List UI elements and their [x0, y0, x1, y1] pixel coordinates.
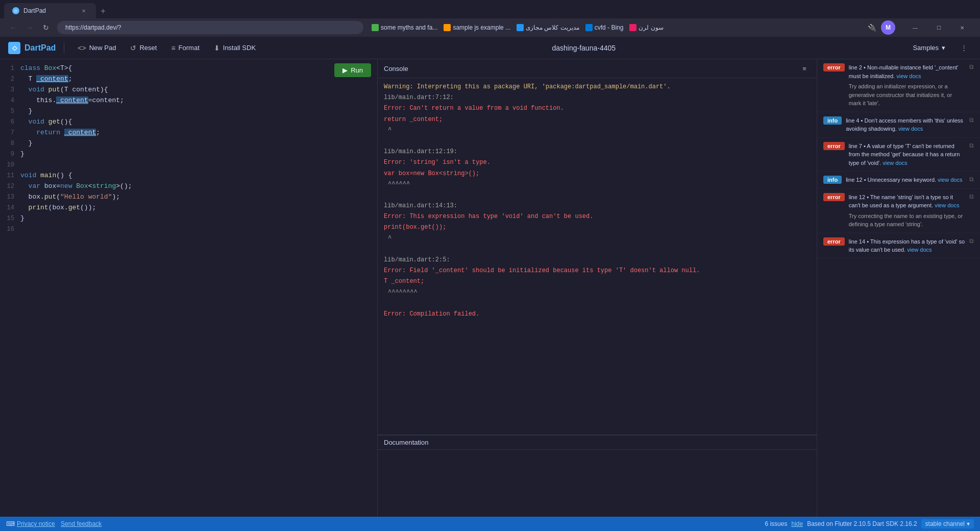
issue-badge-info: info — [823, 116, 842, 125]
line-text[interactable]: return _content; — [20, 128, 377, 138]
issue-copy-button[interactable]: ⧉ — [969, 142, 974, 149]
more-options-button[interactable]: ⋮ — [955, 40, 972, 56]
editor-line: 3 void put(T content){ — [0, 85, 377, 95]
bookmark-2[interactable]: sample js example ... — [444, 24, 510, 31]
new-tab-button[interactable]: + — [96, 4, 110, 18]
console-line: Error: 'string' isn't a type. — [384, 158, 811, 167]
flutter-version: Based on Flutter 2.10.5 Dart SDK 2.16.2 — [807, 520, 917, 527]
issue-copy-button[interactable]: ⧉ — [969, 237, 974, 245]
run-button[interactable]: ▶ Run — [334, 63, 371, 77]
line-text[interactable]: print(box.get()); — [20, 203, 377, 213]
privacy-notice-link[interactable]: Privacy notice — [17, 520, 55, 527]
tab-favicon: D — [12, 7, 19, 14]
line-text[interactable] — [20, 160, 377, 171]
bookmark-label-1: some myths and fa... — [381, 24, 437, 31]
console-menu-button[interactable]: ≡ — [798, 62, 811, 75]
minimize-button[interactable]: — — [903, 18, 927, 37]
console-line — [384, 190, 811, 200]
new-pad-button[interactable]: <> New Pad — [72, 41, 121, 55]
issue-item: infoline 4 • Don't access members with '… — [817, 112, 980, 138]
issue-text: line 4 • Don't access members with 'this… — [846, 116, 965, 133]
console-actions: ≡ — [798, 62, 811, 75]
bookmarks-bar: some myths and fa... sample js example .… — [372, 24, 664, 31]
line-text[interactable] — [20, 224, 377, 235]
line-text[interactable]: void get(){ — [20, 117, 377, 128]
install-sdk-button[interactable]: ⬇ Install SDK — [209, 41, 261, 55]
new-pad-label: New Pad — [89, 44, 116, 52]
editor-line: 12 var box=new Box<string>(); — [0, 181, 377, 192]
line-text[interactable]: T _content; — [20, 74, 377, 85]
bookmark-favicon-3 — [517, 24, 524, 31]
documentation-panel: Documentation — [378, 435, 817, 517]
channel-selector[interactable]: stable channel ▾ — [921, 519, 974, 528]
forward-button[interactable]: → — [22, 20, 37, 35]
line-text[interactable]: var box=new Box<string>(); — [20, 181, 377, 192]
active-tab[interactable]: D DartPad ✕ — [4, 3, 96, 18]
bookmark-1[interactable]: some myths and fa... — [372, 24, 437, 31]
console-line: return _content; — [384, 115, 811, 125]
editor-line: 4 this._content=content; — [0, 95, 377, 106]
issue-view-docs-link[interactable]: view docs — [938, 177, 962, 183]
format-button[interactable]: ≡ Format — [166, 41, 204, 55]
bookmark-3[interactable]: مدیریت کلاس مجازی — [517, 24, 579, 31]
issue-view-docs-link[interactable]: view docs — [935, 202, 959, 208]
refresh-button[interactable]: ↻ — [39, 20, 53, 35]
main-content: 1class Box<T>{2 T _content;3 void put(T … — [0, 59, 980, 517]
code-editor[interactable]: 1class Box<T>{2 T _content;3 void put(T … — [0, 59, 378, 517]
bookmark-label-2: sample js example ... — [453, 24, 510, 31]
bookmark-favicon-1 — [372, 24, 379, 31]
console-line — [384, 245, 811, 254]
reset-button[interactable]: ↺ Reset — [125, 41, 162, 55]
send-feedback-link[interactable]: Send feedback — [61, 520, 102, 527]
line-text[interactable]: box.put("Hello world"); — [20, 192, 377, 203]
issue-text: line 12 • Unnecessary new keyword. view … — [846, 176, 965, 184]
app-header: ◇ DartPad <> New Pad ↺ Reset ≡ Format ⬇ … — [0, 37, 980, 59]
profile-button[interactable]: M — [881, 20, 895, 35]
bookmark-4[interactable]: cvfd - Bing — [585, 24, 624, 31]
line-text[interactable]: this._content=content; — [20, 95, 377, 106]
issue-view-docs-link[interactable]: view docs — [898, 126, 923, 132]
line-text[interactable]: void main() { — [20, 171, 377, 181]
console-line: lib/main.dart:2:5: — [384, 255, 811, 265]
console-line: Warning: Interpreting this as package UR… — [384, 82, 811, 92]
console-line: T _content; — [384, 277, 811, 286]
app-logo: ◇ DartPad — [8, 42, 56, 54]
extensions-button[interactable]: 🔌 — [865, 20, 879, 35]
address-input[interactable] — [57, 21, 363, 34]
back-button[interactable]: ← — [6, 20, 20, 35]
issue-item: errorline 12 • The name 'string' isn't a… — [817, 189, 980, 233]
bookmark-favicon-4 — [585, 24, 593, 31]
samples-button[interactable]: Samples ▾ — [906, 41, 951, 54]
line-text[interactable]: } — [20, 138, 377, 149]
browser-actions: 🔌 M — [865, 20, 895, 35]
issue-view-docs-link[interactable]: view docs — [907, 247, 932, 253]
line-text[interactable]: } — [20, 106, 377, 117]
tab-close-button[interactable]: ✕ — [80, 7, 88, 15]
maximize-button[interactable]: ☐ — [927, 18, 950, 37]
line-number: 10 — [0, 160, 20, 170]
issue-item: infoline 12 • Unnecessary new keyword. v… — [817, 172, 980, 189]
line-text[interactable]: class Box<T>{ — [20, 63, 377, 74]
issue-copy-button[interactable]: ⧉ — [969, 116, 974, 124]
issue-item: errorline 2 • Non-nullable instance fiel… — [817, 59, 980, 112]
issue-copy-button[interactable]: ⧉ — [969, 176, 974, 183]
bookmark-5[interactable]: سون لرن — [629, 24, 663, 31]
issue-badge-error: error — [823, 63, 845, 71]
line-text[interactable]: } — [20, 149, 377, 160]
editor-content[interactable]: 1class Box<T>{2 T _content;3 void put(T … — [0, 59, 377, 239]
issue-view-docs-link[interactable]: view docs — [883, 160, 907, 166]
issue-copy-button[interactable]: ⧉ — [969, 193, 974, 200]
issue-copy-button[interactable]: ⧉ — [969, 63, 974, 70]
line-text[interactable]: } — [20, 213, 377, 224]
hide-issues-link[interactable]: hide — [791, 520, 803, 527]
line-number: 13 — [0, 192, 20, 202]
line-number: 1 — [0, 63, 20, 74]
line-text[interactable]: void put(T content){ — [20, 85, 377, 95]
new-pad-icon: <> — [78, 44, 86, 52]
console-line: ^ — [384, 234, 811, 244]
close-button[interactable]: ✕ — [950, 18, 974, 37]
line-number: 4 — [0, 95, 20, 106]
console-line: lib/main.dart:12:19: — [384, 147, 811, 157]
bookmark-favicon-2 — [444, 24, 451, 31]
issue-view-docs-link[interactable]: view docs — [896, 73, 921, 79]
